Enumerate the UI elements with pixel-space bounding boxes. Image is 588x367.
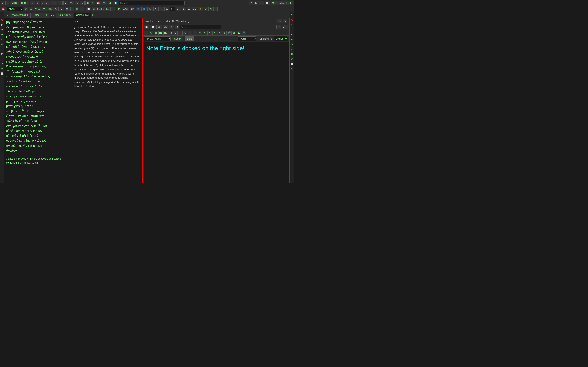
ne-lock-btn[interactable]: 🔒: [156, 25, 162, 29]
ne-format-indent[interactable]: ↕: [222, 31, 227, 35]
sidebar-icon-refresh[interactable]: ↺: [0, 67, 4, 71]
module-mob[interactable]: MOB_: [10, 1, 19, 5]
menu-btn[interactable]: ≡: [1, 1, 4, 5]
tab-com-cbsc-2[interactable]: Com:CBSC: [74, 13, 91, 17]
file-label[interactable]: Tidwell_The_Bible_Bo: [34, 7, 59, 11]
ne-format-sub[interactable]: x2: [193, 31, 197, 35]
file-btn[interactable]: 📄: [86, 7, 91, 11]
abc-btn[interactable]: ABC: [122, 7, 129, 11]
library-icon[interactable]: 📚: [1, 7, 6, 11]
bookmark-btn[interactable]: 🔖: [147, 7, 153, 11]
star-btn[interactable]: ✦: [91, 1, 95, 5]
maximize-btn[interactable]: ⊡: [254, 1, 258, 5]
ne-speak-btn[interactable]: Speak: [172, 36, 183, 41]
sidebar-icon-edit[interactable]: ✏: [0, 57, 4, 61]
sidebar-icon-gear[interactable]: ⚙: [0, 42, 4, 46]
ne-format-link[interactable]: 🔗: [227, 31, 232, 35]
share-btn[interactable]: ⋈: [259, 1, 264, 5]
ne-format-align-justify[interactable]: ≡: [217, 31, 222, 35]
module-csb[interactable]: CSB,...: [20, 1, 30, 5]
tab-mob-john[interactable]: MOB-John 3:8: [10, 13, 30, 17]
search-icon-btn[interactable]: 🔍: [69, 1, 74, 5]
tab-next[interactable]: ►: [91, 14, 95, 17]
right-sidebar-icon-edit[interactable]: ✏: [290, 47, 294, 51]
close-btn[interactable]: ✕: [249, 1, 253, 5]
right-sidebar-icon-refresh[interactable]: ↺: [290, 57, 294, 61]
layout2-btn[interactable]: ⊟: [208, 7, 213, 11]
sidebar-icon-play[interactable]: ▶: [0, 23, 4, 26]
sync-btn[interactable]: ⊟: [80, 1, 85, 5]
right-sidebar-icon-list[interactable]: ≡: [290, 13, 294, 17]
sidebar-icon-p[interactable]: P: [0, 28, 4, 31]
ne-print-btn[interactable]: 🖨: [169, 25, 174, 29]
ne-language-select[interactable]: English: [274, 36, 288, 41]
tab-prev[interactable]: ◄: [5, 14, 9, 17]
right-sidebar-icon-bookmark[interactable]: 🔖: [290, 18, 294, 22]
sidebar-icon-up[interactable]: ↑: [0, 13, 4, 17]
ne-format-clear[interactable]: ✦: [198, 31, 202, 35]
font-icon[interactable]: Aa: [192, 7, 197, 11]
nav-next[interactable]: ►: [63, 1, 68, 5]
sidebar-icon-arrows[interactable]: ↔: [0, 33, 4, 36]
next-book-btn[interactable]: ►: [59, 7, 64, 11]
next-module-btn[interactable]: ►: [36, 1, 40, 5]
sidebar-icon-cross[interactable]: ✕: [0, 62, 4, 66]
prev-btn[interactable]: ◄: [30, 1, 35, 5]
ne-export-btn[interactable]: 📤: [163, 25, 168, 29]
ne-format-a[interactable]: A: [149, 31, 153, 35]
record-btn[interactable]: ⏺: [187, 7, 191, 11]
audio-btn[interactable]: 🔊: [130, 7, 135, 11]
right-sidebar-icon-cross[interactable]: ✕: [290, 52, 294, 56]
flag-btn[interactable]: ⚑: [153, 7, 158, 11]
parallel-btn[interactable]: ⊡: [75, 1, 79, 5]
ne-format-h2[interactable]: H2: [163, 31, 168, 35]
right-sidebar-icon-close[interactable]: ✕: [290, 67, 294, 71]
note-editor-content[interactable]: Note Editor is docked on the right side!: [143, 42, 289, 183]
font-size-input[interactable]: 21: [170, 7, 175, 11]
users-btn[interactable]: 👥: [141, 7, 147, 11]
confession-file[interactable]: Confession.uba: [92, 7, 110, 11]
ne-format-align-left[interactable]: ≡: [203, 31, 207, 35]
window-btn[interactable]: ⬜: [265, 1, 270, 5]
ne-format-highlight[interactable]: ▓: [154, 31, 158, 35]
play-btn[interactable]: ▶: [182, 7, 186, 11]
ne-refresh-btn[interactable]: ↺: [175, 25, 180, 29]
tab-scroll[interactable]: ◄►: [49, 14, 56, 17]
ne-close-btn[interactable]: ✕: [283, 19, 287, 24]
ne-format-align-center[interactable]: ≡: [208, 31, 212, 35]
right-sidebar-icon-translate[interactable]: A: [290, 33, 294, 36]
filter-btn[interactable]: ⊿: [108, 1, 112, 5]
right-sidebar-icon-square[interactable]: ⬜: [290, 62, 294, 66]
right-sidebar-icon-grid[interactable]: ⊞: [290, 42, 294, 46]
select-btn[interactable]: ⊡: [117, 7, 121, 11]
ne-format-image[interactable]: 🖼: [237, 31, 241, 35]
main-search-input[interactable]: [119, 1, 185, 5]
sidebar-icon-hex[interactable]: ⬡: [0, 38, 4, 41]
ne-format-sup[interactable]: x2: [188, 31, 192, 35]
ne-lang-icon-btn[interactable]: A↔: [282, 25, 288, 29]
tab-com-cbsc-1[interactable]: Com:CBSC: [56, 13, 73, 17]
ne-voice-select[interactable]: [en_AU] Karen: [144, 36, 171, 41]
add-btn[interactable]: +: [80, 7, 84, 11]
user-btn[interactable]: 👤: [136, 7, 141, 11]
sidebar-icon-close[interactable]: ✕: [0, 77, 4, 80]
sidebar-icon-bookmark[interactable]: 🔖: [0, 18, 4, 22]
tab-bi[interactable]: Bi: [42, 13, 49, 17]
prev-book-btn[interactable]: ◄: [29, 7, 33, 11]
greek-panel[interactable]: μὴ θαυμάσῃς ὅτι εἶπόν σοι· Δεῖ ὑμᾶς γενν…: [4, 18, 72, 183]
commentary-panel[interactable]: 3:8 [The wind bloweth, &c.] This verse i…: [72, 18, 143, 183]
layout-btn[interactable]: ▦: [85, 1, 90, 5]
lightning-btn[interactable]: ⚡: [198, 7, 203, 11]
list-btn[interactable]: ≡: [70, 7, 74, 11]
ne-restore-btn[interactable]: ⊡: [277, 19, 282, 24]
sidebar-icon-grid[interactable]: ⊞: [0, 52, 4, 56]
ne-format-bold[interactable]: B: [173, 31, 178, 35]
library-select[interactable]: CBSC: [7, 7, 23, 11]
ne-new-btn[interactable]: 📄: [150, 25, 156, 29]
ne-format-h3[interactable]: H3: [168, 31, 173, 35]
edit-btn[interactable]: ✏: [111, 7, 115, 11]
ne-auto-select[interactable]: [Auto]: [238, 36, 256, 41]
ne-format-underline[interactable]: U: [183, 31, 187, 35]
ne-search-input[interactable]: [180, 25, 221, 29]
ne-translate-icon-btn[interactable]: ⇌: [277, 25, 281, 29]
